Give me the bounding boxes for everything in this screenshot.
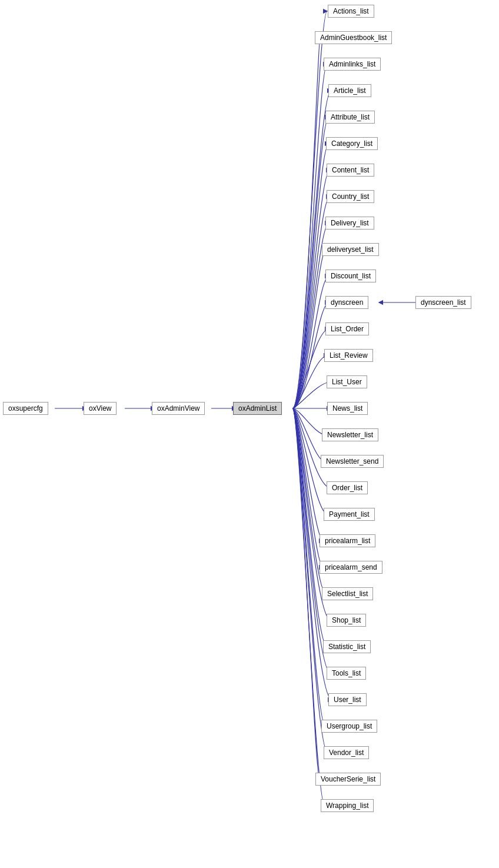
content-list-node: Content_list bbox=[327, 164, 374, 177]
list-review-node: List_Review bbox=[324, 349, 373, 362]
deliveryset-list-node: deliveryset_list bbox=[322, 243, 379, 256]
newsletter-list-node: Newsletter_list bbox=[322, 428, 378, 441]
usergroup-list-node: Usergroup_list bbox=[321, 720, 377, 733]
news-list-node: News_list bbox=[327, 402, 368, 415]
category-list-node: Category_list bbox=[326, 137, 378, 150]
delivery-list-node: Delivery_list bbox=[325, 217, 374, 230]
dynscreen-node: dynscreen bbox=[325, 296, 368, 309]
diagram-container: Actions_list AdminGuestbook_list Adminli… bbox=[0, 0, 499, 868]
shop-list-node: Shop_list bbox=[327, 614, 366, 627]
adminguestbook-list-node: AdminGuestbook_list bbox=[315, 31, 392, 44]
wrapping-list-node: Wrapping_list bbox=[321, 799, 374, 812]
oxadminview-node: oxAdminView bbox=[152, 402, 205, 415]
statistic-list-node: Statistic_list bbox=[323, 640, 371, 653]
vendor-list-node: Vendor_list bbox=[324, 746, 369, 759]
newsletter-send-node: Newsletter_send bbox=[321, 455, 384, 468]
article-list-node: Article_list bbox=[328, 84, 371, 97]
oxsupercfg-node: oxsupercfg bbox=[3, 402, 48, 415]
payment-list-node: Payment_list bbox=[324, 508, 375, 521]
actions-list-node: Actions_list bbox=[328, 5, 374, 18]
arrows-svg bbox=[0, 0, 499, 868]
order-list-node: Order_list bbox=[327, 481, 368, 494]
adminlinks-list-node: Adminlinks_list bbox=[324, 58, 381, 71]
user-list-node: User_list bbox=[328, 693, 367, 706]
attribute-list-node: Attribute_list bbox=[325, 111, 375, 124]
oxview-node: oxView bbox=[84, 402, 117, 415]
pricealarm-list-node: pricealarm_list bbox=[320, 534, 375, 547]
list-user-node: List_User bbox=[327, 375, 367, 388]
pricealarm-send-node: pricealarm_send bbox=[320, 561, 382, 574]
tools-list-node: Tools_list bbox=[327, 667, 366, 680]
country-list-node: Country_list bbox=[327, 190, 374, 203]
dynscreen-list-node: dynscreen_list bbox=[415, 296, 471, 309]
list-order-node: List_Order bbox=[325, 322, 369, 335]
voucherserie-list-node: VoucherSerie_list bbox=[315, 773, 381, 786]
oxadminlist-node: oxAdminList bbox=[233, 402, 282, 415]
discount-list-node: Discount_list bbox=[325, 270, 376, 282]
selectlist-list-node: Selectlist_list bbox=[322, 587, 373, 600]
